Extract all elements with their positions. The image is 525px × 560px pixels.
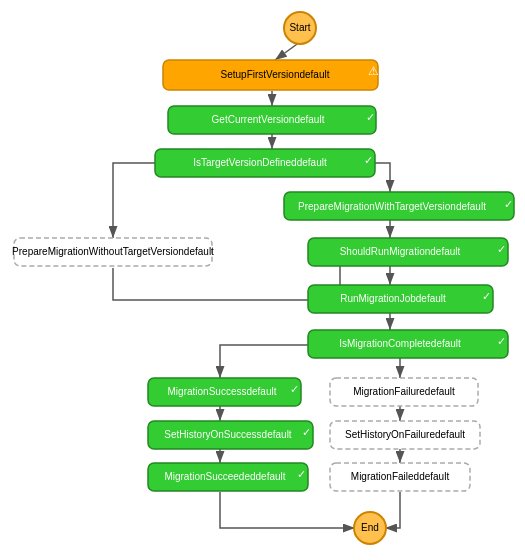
setup-first-version-label: SetupFirstVersiondefault (221, 69, 330, 80)
run-migration-job-label: RunMigrationJobdefault (340, 293, 446, 304)
arrow-failed-end (385, 492, 400, 528)
arrow-start-setup (275, 42, 300, 60)
prepare-migration-with-label: PrepareMigrationWithTargetVersiondefault (298, 201, 486, 212)
arrow-succeeded-end (220, 492, 355, 528)
set-history-success-label: SetHistoryOnSuccessdefault (164, 429, 292, 440)
is-target-check-icon: ✓ (364, 154, 373, 166)
start-label: Start (289, 22, 310, 33)
is-target-version-label: IsTargetVersionDefineddefault (193, 157, 327, 168)
end-label: End (361, 522, 379, 533)
should-run-migration-label: ShouldRunMigrationdefault (340, 246, 461, 257)
workflow-diagram: Start SetupFirstVersiondefault ⚠ GetCurr… (0, 0, 525, 560)
get-current-check-icon: ✓ (366, 111, 375, 123)
migration-succeeded-check-icon: ✓ (297, 468, 306, 480)
migration-success-label: MigrationSuccessdefault (168, 386, 277, 397)
migration-succeeded-label: MigrationSucceededdefault (164, 471, 285, 482)
migration-success-check-icon: ✓ (290, 383, 299, 395)
prepare-migration-without-label: PrepareMigrationWithoutTargetVersiondefa… (12, 246, 214, 257)
prepare-with-check-icon: ✓ (504, 198, 513, 210)
migration-failed-label: MigrationFaileddefault (351, 471, 450, 482)
set-history-success-check-icon: ✓ (302, 426, 311, 438)
set-history-failure-label: SetHistoryOnFailuredefault (345, 429, 465, 440)
setup-warning-icon: ⚠ (368, 64, 379, 78)
get-current-version-label: GetCurrentVersiondefault (212, 114, 325, 125)
should-run-check-icon: ✓ (497, 243, 506, 255)
is-migration-complete-label: IsMigrationCompletedefault (339, 338, 461, 349)
run-migration-check-icon: ✓ (482, 290, 491, 302)
is-migration-check-icon: ✓ (497, 335, 506, 347)
migration-failure-label: MigrationFailuredefault (353, 386, 455, 397)
